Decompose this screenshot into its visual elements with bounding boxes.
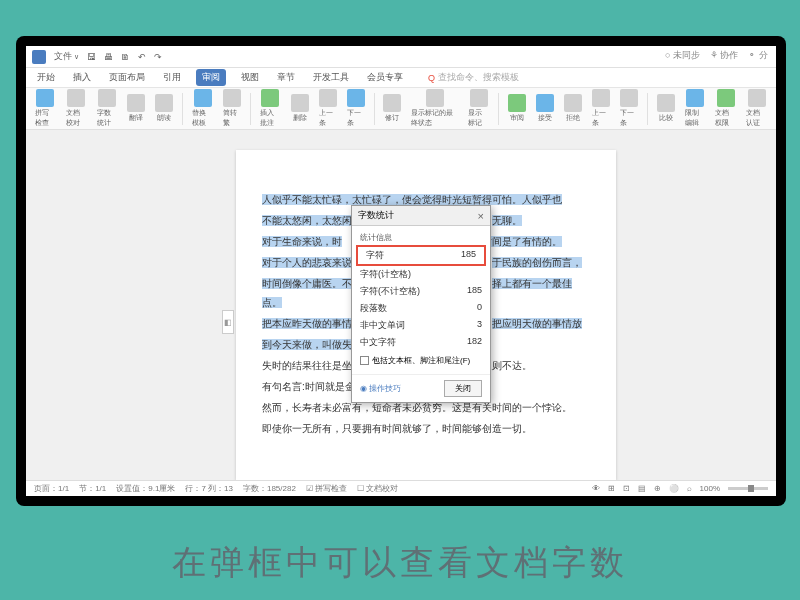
tab-审阅[interactable]: 审阅 xyxy=(196,69,226,86)
status-item[interactable]: 节：1/1 xyxy=(79,483,106,494)
qat-undo-icon[interactable]: ↶ xyxy=(138,52,146,62)
status-item[interactable]: ☐ 文档校对 xyxy=(357,483,398,494)
qat-save-icon[interactable]: 🖫 xyxy=(87,52,96,62)
word-count-dialog: 字数统计 × 统计信息 字符185字符(计空格)字符(不计空格)185段落数0非… xyxy=(351,205,491,403)
tab-开始[interactable]: 开始 xyxy=(34,69,58,86)
view-mode-icon[interactable]: ⚪ xyxy=(669,484,679,493)
stat-row-段落数: 段落数0 xyxy=(352,300,490,317)
collab-button[interactable]: ⚘ 协作 xyxy=(710,49,739,62)
tool-icon xyxy=(36,89,54,107)
tool-label: 下一条 xyxy=(347,108,365,128)
tips-link[interactable]: ◉ 操作技巧 xyxy=(360,383,401,394)
tool-文档校对[interactable]: 文档校对 xyxy=(63,89,90,128)
close-icon[interactable]: × xyxy=(478,210,484,222)
stat-row-字符: 字符185 xyxy=(356,245,486,266)
tool-下一条[interactable]: 下一条 xyxy=(617,89,641,128)
view-mode-icon[interactable]: ⊞ xyxy=(608,484,615,493)
stat-label: 非中文单词 xyxy=(360,319,405,332)
tool-label: 接受 xyxy=(538,113,552,123)
tool-显示标记的最终状态[interactable]: 显示标记的最终状态 xyxy=(408,89,461,128)
dialog-titlebar: 字数统计 × xyxy=(352,206,490,226)
selected-text: 对于生命来说，时 xyxy=(262,236,342,247)
view-mode-icon[interactable]: ▤ xyxy=(638,484,646,493)
view-mode-icon[interactable]: ⊡ xyxy=(623,484,630,493)
stat-row-中文字符: 中文字符182 xyxy=(352,334,490,351)
panel-toggle[interactable]: ◧ xyxy=(222,310,234,334)
share-button[interactable]: ⚬ 分 xyxy=(748,49,768,62)
tab-会员专享[interactable]: 会员专享 xyxy=(364,69,406,86)
qat-print-icon[interactable]: 🖶 xyxy=(104,52,113,62)
tool-icon xyxy=(223,89,241,107)
tab-引用[interactable]: 引用 xyxy=(160,69,184,86)
tool-接受[interactable]: 接受 xyxy=(533,94,557,123)
tool-文档认证[interactable]: 文档认证 xyxy=(743,89,770,128)
tool-拼写检查[interactable]: 拼写检查 xyxy=(32,89,59,128)
tool-label: 简转繁 xyxy=(223,108,241,128)
chevron-down-icon: ∨ xyxy=(74,53,79,61)
tool-比较[interactable]: 比较 xyxy=(654,94,678,123)
status-item[interactable]: 设置值：9.1厘米 xyxy=(116,483,175,494)
tool-icon xyxy=(592,89,610,107)
qat-preview-icon[interactable]: 🗎 xyxy=(121,52,130,62)
tool-显示标记[interactable]: 显示标记 xyxy=(465,89,492,128)
statusbar: 页面：1/1节：1/1设置值：9.1厘米行：7 列：13字数：185/282☑ … xyxy=(26,480,776,496)
tool-插入批注[interactable]: 插入批注 xyxy=(257,89,284,128)
tool-简转繁[interactable]: 简转繁 xyxy=(220,89,244,128)
command-search[interactable]: Q查找命令、搜索模板 xyxy=(428,71,519,84)
zoom-slider[interactable] xyxy=(728,487,768,490)
tab-页面布局[interactable]: 页面布局 xyxy=(106,69,148,86)
zoom-thumb[interactable] xyxy=(748,485,754,492)
status-item[interactable]: 行：7 列：13 xyxy=(185,483,233,494)
view-mode-icon[interactable]: ⊕ xyxy=(654,484,661,493)
tool-替换模板[interactable]: 替换模板 xyxy=(189,89,216,128)
tab-章节[interactable]: 章节 xyxy=(274,69,298,86)
tool-label: 文档认证 xyxy=(746,108,767,128)
tool-icon xyxy=(686,89,704,107)
tool-拒绝[interactable]: 拒绝 xyxy=(561,94,585,123)
text-line[interactable]: 即使你一无所有，只要拥有时间就够了，时间能够创造一切。 xyxy=(262,419,590,438)
stat-label: 段落数 xyxy=(360,302,387,315)
tool-icon xyxy=(347,89,365,107)
tool-下一条[interactable]: 下一条 xyxy=(344,89,368,128)
stat-row-字符(计空格): 字符(计空格) xyxy=(352,266,490,283)
tool-上一条[interactable]: 上一条 xyxy=(316,89,340,128)
tool-icon xyxy=(291,94,309,112)
statusbar-right: 👁⊞⊡▤⊕⚪⌕100% xyxy=(592,484,768,493)
separator xyxy=(250,93,251,125)
zoom-value[interactable]: 100% xyxy=(700,484,720,493)
stat-label: 字符(计空格) xyxy=(360,268,411,281)
selected-text: 把应明天做的事情放 xyxy=(492,318,582,329)
close-button[interactable]: 关闭 xyxy=(444,380,482,397)
tool-上一条[interactable]: 上一条 xyxy=(589,89,613,128)
tab-开发工具[interactable]: 开发工具 xyxy=(310,69,352,86)
tool-朗读[interactable]: 朗读 xyxy=(152,94,176,123)
tool-限制编辑[interactable]: 限制编辑 xyxy=(682,89,709,128)
checkbox-label: 包括文本框、脚注和尾注(F) xyxy=(372,355,470,366)
tool-翻译[interactable]: 翻译 xyxy=(124,94,148,123)
titlebar: 文件 ∨ 🖫 🖶 🗎 ↶ ↷ ○ 未同步 ⚘ 协作 ⚬ 分 xyxy=(26,46,776,68)
tab-插入[interactable]: 插入 xyxy=(70,69,94,86)
sync-status[interactable]: ○ 未同步 xyxy=(665,49,700,62)
tool-修订[interactable]: 修订 xyxy=(380,94,404,123)
tool-删除[interactable]: 删除 xyxy=(288,94,312,123)
status-item[interactable]: 页面：1/1 xyxy=(34,483,69,494)
tool-文档权限[interactable]: 文档权限 xyxy=(712,89,739,128)
status-item[interactable]: ☑ 拼写检查 xyxy=(306,483,347,494)
tool-icon xyxy=(717,89,735,107)
status-item[interactable]: 字数：185/282 xyxy=(243,483,296,494)
tool-审阅[interactable]: 审阅 xyxy=(505,94,529,123)
tool-icon xyxy=(319,89,337,107)
include-textbox-checkbox[interactable]: 包括文本框、脚注和尾注(F) xyxy=(352,351,490,370)
tool-label: 删除 xyxy=(293,113,307,123)
tool-label: 拼写检查 xyxy=(35,108,56,128)
file-menu-label: 文件 xyxy=(54,50,72,63)
tool-字数统计[interactable]: 字数统计 xyxy=(94,89,121,128)
separator xyxy=(647,93,648,125)
qat-redo-icon[interactable]: ↷ xyxy=(154,52,162,62)
selected-text: 人似乎不能太忙碌，太忙碌了，便会觉得时光短暂得可怕。人似乎也 xyxy=(262,194,562,205)
tool-icon xyxy=(470,89,488,107)
view-mode-icon[interactable]: 👁 xyxy=(592,484,600,493)
tool-label: 字数统计 xyxy=(97,108,118,128)
tab-视图[interactable]: 视图 xyxy=(238,69,262,86)
file-menu[interactable]: 文件 ∨ xyxy=(54,50,79,63)
